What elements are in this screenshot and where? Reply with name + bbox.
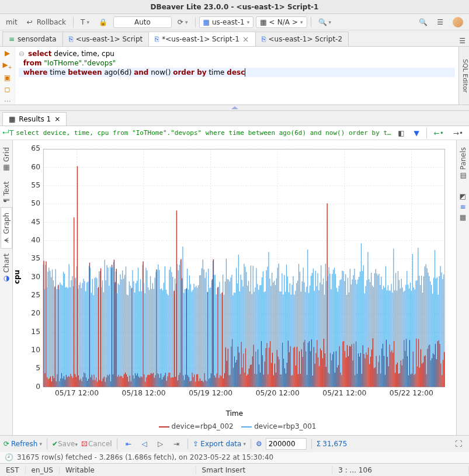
svg-text:05/21 12:00: 05/21 12:00 <box>322 388 366 397</box>
code-area[interactable]: ⊖select device, time, cpu from "IoTHome"… <box>15 47 458 105</box>
results-footer: ⟳Refresh▾ ✔Save▾ ⛝Cancel ⇤ ◁ ▷ ⇥ ⇪Export… <box>0 435 469 451</box>
tab-sensordata[interactable]: ≡sensordata <box>2 32 63 46</box>
db-icon: ▦ <box>260 18 266 26</box>
avatar-button[interactable] <box>449 16 467 29</box>
explain-icon[interactable]: ▣ <box>4 74 11 82</box>
prev-button[interactable]: ←• <box>430 128 447 138</box>
panels-icon: ▤ <box>459 172 467 180</box>
tab-script-1[interactable]: ⎘*<us-east-1> Script-1× <box>148 32 255 46</box>
run-icon[interactable]: ▶ <box>5 49 10 57</box>
prev-page-button[interactable]: ◁ <box>138 439 151 449</box>
export-button[interactable]: ⇪Export data▾ <box>193 440 246 448</box>
view-chart[interactable]: ◐Chart <box>1 249 12 288</box>
y-axis-label: cpu <box>13 269 21 283</box>
close-icon[interactable]: × <box>54 115 60 123</box>
rollback-button[interactable]: ↩Rollback <box>23 17 70 27</box>
editor-tabs: ≡sensordata ⎘<us-east-1> Script ⎘*<us-ea… <box>0 30 469 47</box>
erase-button[interactable]: ◧ <box>394 128 408 138</box>
view-text[interactable]: ¶Text <box>1 177 12 207</box>
legend-swatch-2 <box>241 426 252 428</box>
svg-text:35: 35 <box>31 253 40 262</box>
status-locale: en_US <box>26 466 60 474</box>
table-icon: ≡ <box>9 35 15 43</box>
refresh-icon: ⟳ <box>4 440 9 448</box>
refresh-button[interactable]: ⟳Refresh▾ <box>4 440 42 448</box>
x-axis-label: Time <box>18 408 451 420</box>
sash[interactable] <box>0 105 469 111</box>
cancel-button[interactable]: ⛝Cancel <box>81 440 112 448</box>
fetch-status: 🕘31675 row(s) fetched - 3.286s (1.686s f… <box>0 451 469 463</box>
status-tz: EST <box>0 466 26 474</box>
status-pos: 3 : ... 106 <box>332 466 469 474</box>
view-tabs-right: ▤Panels ◩ ≡ ▦ <box>456 140 469 435</box>
search-toolbar-button[interactable]: 🔍▾ <box>315 17 335 27</box>
layout-button[interactable]: ☰ <box>433 17 447 27</box>
svg-marker-0 <box>231 106 238 109</box>
run-script-icon[interactable]: ▶+ <box>3 61 12 70</box>
sql-icon: ⎘ <box>155 35 159 43</box>
svg-text:05/17 12:00: 05/17 12:00 <box>55 388 99 397</box>
tx-mode-button[interactable]: T▾ <box>77 17 93 27</box>
svg-text:05/20 12:00: 05/20 12:00 <box>256 388 300 397</box>
chart-plot[interactable]: cpu 0510152025303540455055606505/17 12:0… <box>18 145 451 408</box>
panel-btn-3[interactable]: ▦ <box>456 212 469 223</box>
clock-icon: 🕘 <box>5 453 13 461</box>
sql-icon: ⎘ <box>262 35 266 43</box>
commit-mode-combo[interactable]: Auto <box>113 16 172 28</box>
chart-icon: ◐ <box>2 275 11 283</box>
grid-icon: ▦ <box>9 115 15 123</box>
title-bar: DBeaver Lite 23.0.0 - <us-east-1> Script… <box>0 0 469 14</box>
results-area: ▦Grid ¶Text ᗘGraph ◐Chart cpu 0510152025… <box>0 140 469 435</box>
query-echo: select device, time, cpu from "IoTHome".… <box>16 129 392 137</box>
view-graph[interactable]: ᗘGraph <box>1 207 12 249</box>
tab-script-2[interactable]: ⎘<us-east-1> Script-2 <box>255 32 349 46</box>
tabs-menu-button[interactable]: ☰ <box>456 36 469 46</box>
svg-text:30: 30 <box>31 272 40 281</box>
avatar <box>453 17 463 27</box>
connection-combo[interactable]: ▦us-east-1▾ <box>199 16 254 28</box>
panel-btn-2[interactable]: ≡ <box>456 201 469 212</box>
svg-text:5: 5 <box>36 363 40 372</box>
editor-gutter: ▶ ▶+ ▣ ◻ ⋯ <box>0 47 15 105</box>
tab-results-1[interactable]: ▦Results 1× <box>2 112 67 126</box>
svg-text:05/19 12:00: 05/19 12:00 <box>189 388 232 397</box>
search-button[interactable]: 🔍 <box>415 17 431 27</box>
commit-button[interactable]: mit <box>2 17 21 27</box>
last-button[interactable]: ⇥ <box>170 439 183 449</box>
next-button[interactable]: →• <box>450 128 467 138</box>
cancel-icon: ⛝ <box>81 440 88 448</box>
svg-text:25: 25 <box>31 290 40 299</box>
gear-icon[interactable]: ⚙ <box>256 440 262 448</box>
export-icon: ⇪ <box>193 440 199 448</box>
filter-button[interactable]: ▼ <box>410 128 422 138</box>
svg-text:55: 55 <box>31 180 40 189</box>
tab-script-0[interactable]: ⎘<us-east-1> Script <box>62 32 150 46</box>
svg-text:10: 10 <box>31 345 40 354</box>
next-page-button[interactable]: ▷ <box>154 439 166 449</box>
text-icon: ¶ <box>2 198 11 203</box>
save-button[interactable]: ✔Save▾ <box>52 440 78 448</box>
view-grid[interactable]: ▦Grid <box>1 143 12 177</box>
plan-icon[interactable]: ◻ <box>5 85 11 93</box>
lock-button[interactable]: 🔒 <box>95 17 111 27</box>
database-combo[interactable]: ▦< N/A >▾ <box>256 16 307 28</box>
side-panel-label[interactable]: SQL Editor <box>458 47 469 105</box>
more-icon[interactable]: ⋯ <box>4 97 11 105</box>
panel-btn-1[interactable]: ◩ <box>456 191 469 201</box>
main-toolbar: mit ↩Rollback T▾ 🔒 Auto ⟳▾ ▦us-east-1▾ ▦… <box>0 14 469 30</box>
maximize-button[interactable]: ⛶ <box>451 439 465 449</box>
grid-icon: ▦ <box>2 164 11 172</box>
row-limit-input[interactable] <box>266 438 307 450</box>
svg-text:60: 60 <box>31 162 40 171</box>
svg-text:05/22 12:00: 05/22 12:00 <box>390 388 433 397</box>
status-insert: Smart Insert <box>196 466 333 474</box>
status-mode: Writable <box>60 466 196 474</box>
sum-icon: Σ <box>317 440 321 448</box>
chart-legend: device=rbp4_002 device=rbp3_001 <box>18 420 451 435</box>
view-tabs-left: ▦Grid ¶Text ᗘGraph ◐Chart <box>0 140 13 435</box>
close-icon[interactable]: × <box>242 35 249 43</box>
view-panels[interactable]: ▤Panels <box>458 143 468 185</box>
row-count[interactable]: Σ31,675 <box>317 440 348 448</box>
first-button[interactable]: ⇤ <box>122 439 135 449</box>
history-button[interactable]: ⟳▾ <box>174 17 192 27</box>
